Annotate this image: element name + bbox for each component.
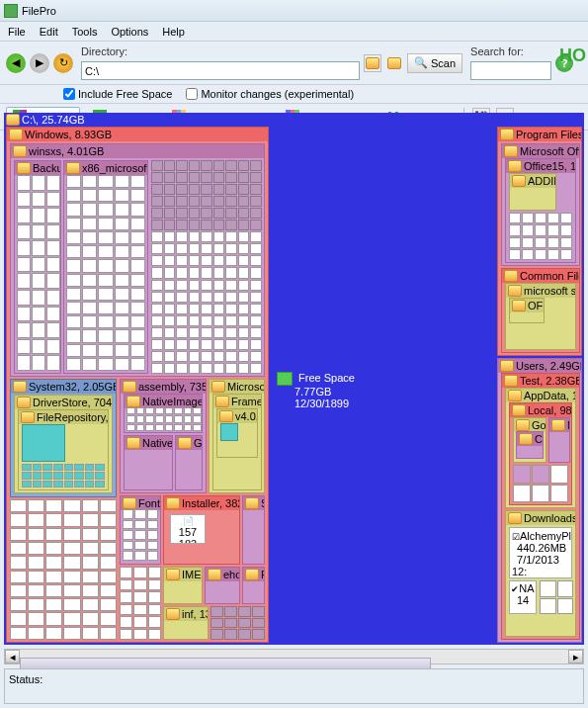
folder-googl-header: Googl bbox=[514, 418, 546, 432]
folder-appdata[interactable]: AppData, 1.25GB Local, 982.15MB Googl Ch… bbox=[505, 388, 576, 508]
browse-button[interactable] bbox=[385, 54, 403, 72]
folder-office15[interactable]: Office15, 1,010. ADDINS bbox=[505, 158, 576, 263]
file-na[interactable]: ✔NA14 bbox=[509, 580, 537, 614]
sys32-cells bbox=[10, 499, 117, 640]
app-icon bbox=[4, 4, 18, 18]
menu-help[interactable]: Help bbox=[162, 26, 185, 38]
scan-button[interactable]: 🔍 Scan bbox=[407, 53, 462, 73]
menubar: File Edit Tools Options Help bbox=[0, 22, 588, 42]
folder-p[interactable]: P bbox=[242, 567, 265, 604]
folder-offi-header: OFFI bbox=[510, 299, 544, 312]
folder-x86[interactable]: x86_microsoft- bbox=[63, 160, 148, 374]
menu-edit[interactable]: Edit bbox=[40, 26, 58, 38]
folder-addins[interactable]: ADDINS bbox=[509, 173, 556, 211]
folder-spe-header: Spe bbox=[243, 496, 264, 510]
back-button[interactable]: ◀ bbox=[6, 53, 26, 73]
folder-installer[interactable]: Installer, 382. 📄157183 bbox=[163, 495, 240, 565]
folder-nativeimg[interactable]: NativeImages_v bbox=[124, 394, 203, 433]
folder-ehom-header: ehom bbox=[206, 568, 239, 581]
horizontal-scrollbar[interactable]: ◂ ▸ bbox=[4, 649, 584, 664]
folder-framewo[interactable]: Framewo v4.0.3 bbox=[212, 394, 262, 490]
office15-cells bbox=[509, 213, 572, 260]
folder-progfiles[interactable]: Program Files, 3.96 Microsoft Office, Of… bbox=[497, 127, 582, 356]
folder-ime-header: IME, 1 bbox=[164, 568, 202, 581]
folder-ga-header: GA bbox=[176, 436, 202, 450]
menu-options[interactable]: Options bbox=[111, 26, 148, 38]
search-input[interactable] bbox=[470, 61, 551, 80]
folder-users-header: Users, 2.49GB bbox=[498, 359, 581, 373]
dropdown-button[interactable] bbox=[364, 54, 381, 72]
folder-downloads[interactable]: Downloads, 76 ☑AlchemyPlay 440.26MB 7/1/… bbox=[505, 510, 576, 637]
folder-msnet-header: Microsoft.N bbox=[210, 380, 264, 394]
folder-offi[interactable]: OFFI bbox=[509, 298, 545, 323]
folder-ga[interactable]: GA bbox=[175, 435, 203, 490]
menu-tools[interactable]: Tools bbox=[72, 26, 98, 38]
scroll-left-button[interactable]: ◂ bbox=[5, 650, 20, 664]
folder-ehom[interactable]: ehom bbox=[205, 567, 240, 604]
folder-v403[interactable]: v4.0.3 bbox=[216, 408, 258, 458]
misc-cells bbox=[210, 606, 265, 640]
folder-p-header: P bbox=[243, 568, 264, 581]
status-label: Status: bbox=[9, 673, 42, 685]
folder-backup[interactable]: Backup, bbox=[14, 160, 61, 374]
directory-input[interactable] bbox=[81, 61, 360, 80]
folder-system32[interactable]: System32, 2.05GB DriverStore, 704.77M Fi… bbox=[10, 379, 117, 497]
folder-x86-header: x86_microsoft- bbox=[64, 161, 147, 175]
installer-file[interactable]: 📄157183 bbox=[170, 514, 206, 544]
statusbar: Status: bbox=[4, 668, 584, 704]
folder-nativein[interactable]: NativeIn bbox=[124, 435, 173, 490]
folder-googl[interactable]: Googl Chr bbox=[513, 417, 546, 463]
folder-mss[interactable]: microsoft s OFFI bbox=[505, 283, 576, 350]
folder-winsxs-header: winsxs, 4.01GB bbox=[11, 144, 264, 158]
folder-ime[interactable]: IME, 1 bbox=[163, 567, 203, 604]
folder-filerepo[interactable]: FileRepository, 70 bbox=[18, 409, 109, 490]
folder-mss-header: microsoft s bbox=[506, 284, 575, 298]
scroll-right-button[interactable]: ▸ bbox=[568, 650, 583, 664]
folder-downloads-header: Downloads, 76 bbox=[506, 511, 575, 525]
folder-progfiles-header: Program Files, 3.96 bbox=[498, 128, 581, 141]
folder-driverstore-header: DriverStore, 704.77M bbox=[15, 396, 112, 409]
folder-fonts[interactable]: Fonts, bbox=[120, 495, 161, 565]
treemap-area[interactable]: C:\, 25.74GB Windows, 8.93GB winsxs, 4.0… bbox=[4, 113, 584, 645]
folder-msoffice[interactable]: Microsoft Office, Office15, 1,010. ADDIN… bbox=[501, 143, 580, 266]
folder-system32-header: System32, 2.05GB bbox=[11, 380, 116, 394]
include-free-label: Include Free Space bbox=[78, 88, 172, 100]
folder-local[interactable]: Local, 982.15MB Googl Chr Micr bbox=[509, 402, 572, 505]
root-folder[interactable]: C:\, 25.74GB bbox=[4, 113, 584, 127]
folder-backup-header: Backup, bbox=[15, 161, 60, 175]
folder-inf[interactable]: inf, 134 bbox=[163, 606, 209, 640]
folder-spe[interactable]: Spe bbox=[242, 495, 265, 565]
folder-micr[interactable]: Micr bbox=[548, 417, 570, 463]
folder-chr[interactable]: Chr bbox=[516, 431, 544, 459]
forward-button[interactable]: ▶ bbox=[30, 53, 49, 73]
up-button[interactable]: ↻ bbox=[53, 53, 73, 73]
folder-test[interactable]: Test, 2.38GB AppData, 1.25GB Local, 982.… bbox=[501, 373, 580, 640]
scan-label: Scan bbox=[431, 57, 456, 69]
folder-windows[interactable]: Windows, 8.93GB winsxs, 4.01GB Backup, x… bbox=[6, 127, 269, 643]
folder-filerepo-header: FileRepository, 70 bbox=[19, 410, 108, 424]
folder-users[interactable]: Users, 2.49GB Test, 2.38GB AppData, 1.25… bbox=[497, 358, 582, 643]
file-alchemy[interactable]: ☑AlchemyPlay 440.26MB 7/1/2013 12: bbox=[509, 527, 572, 578]
folder-framewo-header: Framewo bbox=[213, 395, 261, 408]
folder-fonts-header: Fonts, bbox=[121, 496, 160, 510]
winsxs-cells bbox=[151, 160, 262, 374]
app-title: FilePro bbox=[22, 5, 56, 17]
folder-commonfiles[interactable]: Common Files microsoft s OFFI bbox=[501, 268, 580, 353]
titlebar: FilePro bbox=[0, 0, 588, 22]
include-free-check[interactable]: Include Free Space bbox=[63, 88, 172, 100]
folder-installer-header: Installer, 382. bbox=[164, 496, 239, 510]
monitor-check[interactable]: Monitor changes (experimental) bbox=[186, 88, 354, 100]
freespace-label: Free Space bbox=[298, 372, 355, 384]
freespace-date: 12/30/1899 bbox=[294, 398, 349, 409]
options-row: Include Free Space Monitor changes (expe… bbox=[0, 85, 588, 104]
fonts-cells bbox=[123, 509, 158, 561]
folder-commonfiles-header: Common Files bbox=[502, 269, 579, 283]
menu-file[interactable]: File bbox=[8, 26, 26, 38]
folder-office15-header: Office15, 1,010. bbox=[506, 159, 575, 173]
folder-assembly[interactable]: assembly, 735.77M NativeImages_v NativeI… bbox=[120, 379, 207, 493]
hot-text: HO bbox=[559, 45, 586, 66]
folder-driverstore[interactable]: DriverStore, 704.77M FileRepository, 70 bbox=[14, 395, 113, 493]
folder-msnet[interactable]: Microsoft.N Framewo v4.0.3 bbox=[209, 379, 265, 493]
folder-winsxs[interactable]: winsxs, 4.01GB Backup, x86_microsoft- bbox=[10, 143, 265, 377]
free-space-block[interactable]: Free Space 7.77GB 12/30/1899 bbox=[277, 372, 355, 409]
